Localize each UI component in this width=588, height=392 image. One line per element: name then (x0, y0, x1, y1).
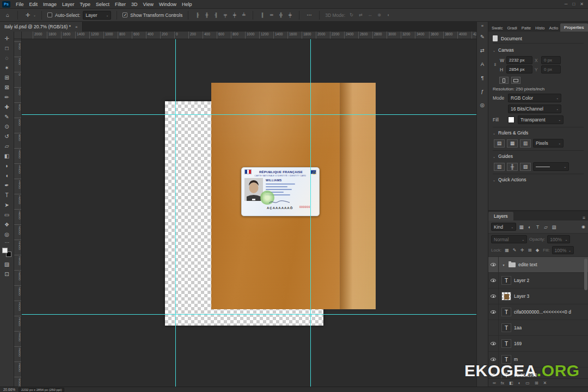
adjustment-layer-icon[interactable]: ◐ (518, 381, 521, 385)
menu-item[interactable]: Edit (27, 0, 41, 8)
lock-all-icon[interactable]: ◆ (534, 248, 541, 253)
align-top-icon[interactable]: ╤ (222, 13, 229, 17)
menu-item[interactable]: View (140, 0, 156, 8)
show-transform-checkbox[interactable]: ✓ (122, 13, 127, 17)
align-middle-icon[interactable]: ╪ (231, 13, 238, 17)
auto-select-checkbox[interactable] (47, 13, 52, 17)
panel-menu-icon[interactable]: ≡ (580, 215, 588, 220)
menu-item[interactable]: Filter (112, 0, 128, 8)
document-info[interactable]: 2232 px x 2854 px (250 ppi) (19, 388, 64, 392)
tab-properties[interactable]: Properties (560, 23, 587, 32)
link-dimensions-icon[interactable]: ∞ (493, 63, 498, 67)
guide-horizontal[interactable] (22, 114, 476, 115)
new-layer-icon[interactable]: ⊞ (535, 381, 538, 385)
canvas-area[interactable]: RÉPUBLIQUE FRANÇAISE CARTE NATIONALE D'I… (22, 39, 476, 387)
grid-toggle-icon[interactable]: ▦ (507, 139, 518, 148)
filter-kind-select[interactable]: Kind ⌄ (491, 223, 516, 231)
gradient-tool[interactable]: ◧ (1, 151, 13, 161)
filter-pixel-layers-icon[interactable]: ▦ (518, 224, 525, 230)
layer-visibility-toggle[interactable] (488, 257, 499, 272)
lock-position-icon[interactable]: ✛ (519, 248, 525, 253)
distribute-widths-icon[interactable]: ╪ (286, 13, 293, 17)
type-tool[interactable]: T (1, 190, 13, 200)
landscape-orientation-button[interactable] (511, 77, 520, 84)
foreground-color-swatch[interactable] (2, 248, 8, 253)
window-control-icon[interactable]: ✕ (580, 2, 584, 7)
dodge-tool[interactable]: ◖ (1, 170, 13, 180)
hand-tool[interactable]: ❖ (1, 219, 13, 229)
screen-mode-icon[interactable]: ⊡ (1, 269, 13, 279)
layer-row[interactable]: ▾ edite text (488, 257, 588, 273)
lock-artboard-icon[interactable]: ⊞ (526, 248, 533, 253)
layer-visibility-toggle[interactable] (488, 273, 499, 288)
paragraph-panel-icon[interactable]: ¶ (480, 71, 485, 84)
history-brush-tool[interactable]: ↺ (1, 131, 13, 141)
align-center-horizontal-icon[interactable]: ╫ (203, 13, 210, 17)
menu-item[interactable]: 3D (128, 0, 140, 8)
fill-select[interactable]: Transparent ⌄ (518, 115, 564, 124)
panel-tab[interactable]: Gradi (505, 24, 519, 32)
text-layer-thumbnail[interactable]: T (501, 308, 511, 316)
ruler-origin-corner[interactable] (14, 32, 22, 39)
height-field[interactable]: 2854 px (506, 65, 532, 74)
layer-visibility-toggle[interactable] (488, 336, 499, 351)
tab-layers[interactable]: Layers (488, 212, 513, 220)
layer-visibility-toggle[interactable] (488, 304, 499, 320)
zoom-level[interactable]: 20.66% (3, 388, 15, 391)
smart-guides-icon[interactable]: ╫ (507, 163, 518, 171)
guide-vertical[interactable] (175, 39, 176, 387)
align-right-icon[interactable]: ╢ (212, 13, 219, 17)
more-options-icon[interactable]: ⋯ (305, 12, 314, 18)
home-icon[interactable]: ⌂ (3, 12, 12, 18)
healing-brush-tool[interactable]: ✚ (1, 102, 13, 112)
filter-smart-objects-icon[interactable]: ▨ (550, 224, 558, 230)
filter-shape-layers-icon[interactable]: ▱ (542, 224, 549, 230)
layer-row[interactable]: T Layer 2 (488, 273, 588, 289)
image-layer-thumbnail[interactable] (501, 292, 511, 301)
move-tool[interactable]: ✛ (1, 33, 13, 43)
zoom-tool[interactable]: ◎ (1, 229, 13, 239)
object-selection-tool[interactable]: ✶ (1, 63, 13, 72)
layer-row[interactable]: T 169 (488, 336, 588, 352)
quick-actions-section-header[interactable]: ⌄ Quick Actions (493, 174, 584, 185)
guide-style-select[interactable]: ⌄ (533, 162, 569, 171)
layer-mask-icon[interactable]: ◧ (509, 381, 513, 385)
frame-tool[interactable]: ⊠ (1, 82, 13, 92)
width-field[interactable]: 2232 px (506, 56, 532, 64)
window-control-icon[interactable]: ─ (565, 2, 568, 7)
color-swatches[interactable] (2, 248, 11, 257)
canvas-guides-icon[interactable]: ▧ (520, 163, 531, 171)
group-expand-chevron[interactable]: ▾ (501, 263, 506, 267)
text-layer-thumbnail[interactable]: T (501, 276, 511, 285)
vertical-ruler[interactable]: 4002000200400600800100012001400160018002… (14, 39, 22, 387)
guide-horizontal[interactable] (22, 314, 476, 315)
panel-tab[interactable]: Swatc (489, 24, 505, 32)
menu-item[interactable]: Layer (59, 0, 77, 8)
guides-toggle-icon[interactable]: ▥ (494, 163, 505, 171)
text-layer-thumbnail[interactable]: T (501, 339, 511, 348)
character-panel-icon[interactable]: A (480, 57, 485, 71)
menu-item[interactable]: Window (156, 0, 179, 8)
horizontal-ruler[interactable]: 2000180016001400120010008006004002000200… (22, 32, 476, 39)
units-select[interactable]: Pixels ⌄ (533, 139, 564, 148)
eyedropper-tool[interactable]: ✏ (1, 92, 13, 102)
layer-visibility-toggle[interactable] (488, 289, 499, 304)
distribute-spacing-icon[interactable]: ╬ (277, 13, 284, 17)
marquee-tool[interactable]: □ (1, 43, 13, 53)
new-group-icon[interactable]: ▭ (525, 381, 530, 385)
text-layer-thumbnail[interactable]: T (501, 323, 511, 332)
blur-tool[interactable]: ◗ (1, 161, 13, 170)
link-layers-icon[interactable]: ∞ (493, 381, 496, 385)
auto-select-target-select[interactable]: Layer ⌄ (83, 11, 111, 20)
align-bottom-icon[interactable]: ╧ (240, 13, 247, 17)
lock-transparency-icon[interactable]: ▦ (504, 248, 510, 253)
edit-toolbar-icon[interactable]: ⋯ (1, 239, 13, 246)
menu-item[interactable]: Help (179, 0, 195, 8)
layer-visibility-toggle[interactable] (488, 320, 499, 335)
portrait-orientation-button[interactable] (499, 77, 509, 84)
filter-adjustment-layers-icon[interactable]: ◐ (526, 224, 533, 230)
lasso-tool[interactable]: ◌ (1, 53, 13, 63)
menu-item[interactable]: Image (40, 0, 59, 8)
distribute-horizontal-icon[interactable]: ═ (268, 13, 275, 17)
lock-pixels-icon[interactable]: ✎ (511, 248, 518, 253)
